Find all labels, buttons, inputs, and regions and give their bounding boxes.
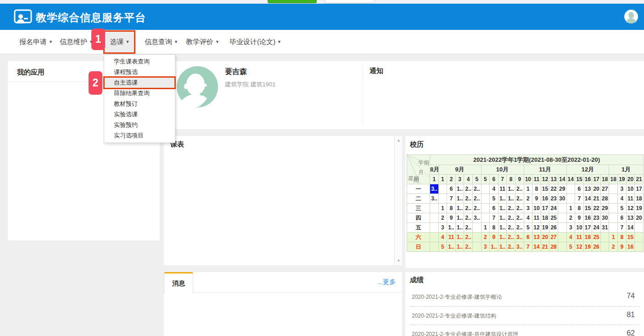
calendar-day-cell: 3.. [472, 213, 481, 223]
calendar-week-number: 13 [549, 175, 558, 184]
more-link[interactable]: ...更多 [377, 278, 396, 286]
calendar-day-cell [600, 242, 609, 252]
dropdown-item[interactable]: 筛除结果查询 [104, 88, 175, 98]
calendar-day-cell [609, 184, 618, 194]
calendar-day-cell: 1.. [498, 233, 507, 242]
calendar-panel: 校历 学期月周星期2021-2022学年1学期(2021-08-30至2022-… [405, 136, 644, 268]
dropdown-item[interactable]: 实习选项目 [104, 130, 175, 141]
grades-list: 2020-2021-2-专业必修课-建筑学概论742020-2021-2-专业必… [410, 288, 639, 336]
calendar-day-cell: 15 [626, 233, 635, 242]
calendar-day-cell: 3 [481, 242, 490, 252]
calendar-day-cell: 6 [490, 204, 498, 213]
calendar-week-number: 4 [464, 175, 473, 184]
calendar-day-cell: 1.. [490, 242, 498, 252]
calendar-month-header: 12月 [566, 165, 609, 175]
calendar-day-cell [609, 194, 618, 204]
calendar-day-cell: 24 [592, 223, 601, 233]
nav-item[interactable]: 信息维护▼ [60, 30, 93, 54]
grade-course: 2020-2021-2-专业必修课-建筑学概论 [412, 293, 502, 301]
calendar-day-cell: 21 [592, 194, 601, 204]
calendar-week-number: 1 [430, 175, 439, 184]
calendar-day-cell [609, 213, 618, 223]
calendar-day-cell [558, 233, 566, 242]
notice-title: 通知 [370, 67, 383, 75]
calendar-semester-label: 2021-2022学年1学期(2021-08-30至2022-01-20) [430, 155, 644, 165]
calendar-day-cell: 10 [575, 223, 584, 233]
calendar-day-cell: 4 [566, 233, 575, 242]
calendar-day-cell: 4 [524, 213, 532, 223]
calendar-day-cell: 1.. [455, 204, 464, 213]
calendar-day-cell: 1.. [507, 194, 515, 204]
scroll-up-icon[interactable]: ▲ [395, 138, 403, 142]
dropdown-item[interactable]: 学生课表查询 [104, 56, 175, 67]
calendar-day-cell: 12 [626, 204, 635, 213]
calendar-week-number: 2 [447, 175, 456, 184]
calendar-month-header: 8月 [430, 165, 439, 175]
calendar-day-cell: 8 [532, 184, 541, 194]
calendar-day-cell [566, 184, 575, 194]
grade-row[interactable]: 2020-2021-2-专业必修课-建筑学概论74 [410, 288, 639, 306]
calendar-day-cell: 1.. [507, 184, 515, 194]
dropdown-item[interactable]: 实验选课 [104, 109, 175, 120]
calendar-day-cell: 2.. [464, 223, 473, 233]
calendar-day-cell: 24 [549, 204, 558, 213]
calendar-day-cell: 22 [549, 184, 558, 194]
calendar-day-cell [481, 184, 490, 194]
calendar-day-cell: 8 [618, 233, 627, 242]
calendar-day-cell [472, 233, 481, 242]
nav-item[interactable]: 教学评价▼ [186, 30, 219, 54]
nav-item[interactable]: 报名申请▼ [19, 30, 53, 54]
grade-row[interactable]: 2020-2021-2-专业必修课-建筑结构81 [410, 306, 639, 325]
calendar-day-cell: 1 [438, 204, 447, 213]
calendar-day-cell: 16 [626, 242, 635, 252]
calendar-day-cell [609, 204, 618, 213]
calendar-day-cell: 9 [618, 242, 627, 252]
calendar-day-cell: 1.. [447, 223, 456, 233]
calendar-table: 学期月周星期2021-2022学年1学期(2021-08-30至2022-01-… [407, 154, 644, 252]
dropdown-item[interactable]: 教材预订 [104, 98, 175, 109]
step-1-box [103, 30, 135, 54]
calendar-week-number: 7 [498, 175, 507, 184]
scroll-down-icon[interactable]: ▼ [395, 259, 403, 263]
calendar-day-cell [481, 194, 490, 204]
calendar-day-cell: 1 [481, 223, 490, 233]
calendar-week-number: 19 [618, 175, 627, 184]
calendar-week-number: 9 [515, 175, 524, 184]
dialog-cancel-button-fragment[interactable] [325, 0, 375, 3]
calendar-day-cell: 30 [600, 213, 609, 223]
calendar-day-cell: 27 [600, 184, 609, 194]
grade-course: 2020-2021-2-专业必修课-建筑结构 [412, 312, 496, 320]
calendar-weekday-label: 一 [407, 184, 430, 194]
grade-score: 81 [627, 311, 635, 319]
calendar-day-cell: 2.. [507, 242, 515, 252]
chevron-down-icon: ▼ [277, 40, 281, 44]
calendar-day-cell: 9 [532, 194, 541, 204]
calendar-day-cell: 30 [558, 194, 566, 204]
scrollbar[interactable]: ▲ ▼ [394, 136, 402, 265]
calendar-day-cell: 2.. [507, 213, 515, 223]
dropdown-item[interactable]: 实验预约 [104, 120, 175, 130]
calendar-day-cell: 12 [575, 242, 584, 252]
grade-row[interactable]: 2020-2021-2-专业必修课-居住建筑设计原理62 [410, 325, 639, 336]
calendar-day-cell: 2.. [472, 184, 481, 194]
nav-item[interactable]: 信息查询▼ [145, 30, 178, 54]
calendar-day-cell: 31 [600, 223, 609, 233]
grades-panel: 成绩 2020-2021-2-专业必修课-建筑学概论742020-2021-2-… [405, 272, 644, 336]
calendar-week-number: 11 [532, 175, 541, 184]
calendar-day-cell: 7 [447, 194, 456, 204]
calendar-week-number: 21 [635, 175, 644, 184]
tab-messages[interactable]: 消息 [164, 272, 193, 293]
calendar-day-cell [430, 204, 439, 213]
calendar-day-cell: 1.. [447, 242, 456, 252]
calendar-month-header: 11月 [524, 165, 566, 175]
user-avatar-icon[interactable] [624, 10, 638, 23]
calendar-day-cell: 22 [592, 204, 601, 213]
dropdown-item[interactable]: 课程预选 [104, 67, 175, 77]
calendar-day-cell: 26 [592, 242, 601, 252]
dialog-confirm-button-fragment[interactable] [268, 0, 317, 3]
step-2-box [103, 76, 176, 89]
calendar-day-cell: 1.. [498, 213, 507, 223]
calendar-day-cell: 8 [490, 223, 498, 233]
calendar-day-cell: 5 [566, 242, 575, 252]
nav-item[interactable]: 毕业设计(论文)▼ [230, 30, 281, 54]
